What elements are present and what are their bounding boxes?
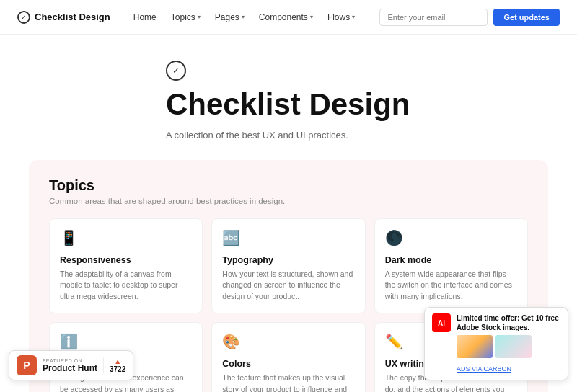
nav-topics[interactable]: Topics ▾ (165, 9, 206, 25)
components-chevron-icon: ▾ (310, 14, 313, 20)
adobe-image-2 (495, 335, 532, 358)
ph-text: FEATURED ON Product Hunt (43, 358, 97, 373)
pages-chevron-icon: ▾ (242, 14, 245, 20)
typography-desc: How your text is structured, shown and c… (222, 269, 354, 303)
nav-links: Home Topics ▾ Pages ▾ Components ▾ Flows… (128, 9, 380, 25)
nav-pages[interactable]: Pages ▾ (209, 9, 250, 25)
hero-subtitle: A collection of the best UX and UI pract… (166, 128, 348, 143)
adobe-logo-icon: Ai (432, 313, 451, 332)
nav-brand[interactable]: ✓ Checklist Design (17, 11, 110, 24)
adobe-ad-title: Limited time offer: Get 10 free Adobe St… (457, 313, 560, 332)
brand-icon: ✓ (17, 11, 30, 24)
colors-desc: The feature that makes up the visual sto… (222, 373, 354, 392)
nav-right: Get updates (379, 9, 560, 26)
uxwriting-icon: ✏️ (385, 333, 405, 353)
adobe-image-1 (457, 335, 493, 358)
topics-heading: Topics (49, 177, 528, 194)
adobe-stock-ad: Ai Limited time offer: Get 10 free Adobe… (424, 307, 568, 380)
nav-components[interactable]: Components ▾ (253, 9, 319, 25)
brand-name: Checklist Design (35, 12, 110, 22)
typography-icon: 🔤 (222, 229, 242, 249)
ph-featured-label: FEATURED ON (43, 358, 97, 363)
responsiveness-title: Responsiveness (60, 255, 192, 265)
topic-card-responsiveness[interactable]: 📱 Responsiveness The adaptability of a c… (49, 218, 203, 313)
nav-flows[interactable]: Flows ▾ (322, 9, 361, 25)
hero-check-icon: ✓ (166, 61, 186, 81)
responsiveness-desc: The adaptability of a canvas from mobile… (60, 269, 192, 303)
producthunt-logo-icon: P (17, 355, 37, 375)
nav-home[interactable]: Home (128, 9, 162, 25)
flows-chevron-icon: ▾ (352, 14, 355, 20)
navbar: ✓ Checklist Design Home Topics ▾ Pages ▾… (0, 0, 577, 35)
product-hunt-badge[interactable]: P FEATURED ON Product Hunt ▲ 3722 (9, 350, 133, 380)
responsiveness-icon: 📱 (60, 229, 80, 249)
topic-card-typography[interactable]: 🔤 Typography How your text is structured… (211, 218, 365, 313)
colors-icon: 🎨 (222, 333, 242, 353)
email-input[interactable] (379, 9, 488, 26)
adobe-content: Limited time offer: Get 10 free Adobe St… (457, 313, 560, 374)
darkmode-title: Dark mode (385, 255, 517, 265)
typography-title: Typography (222, 255, 354, 265)
topics-description: Common areas that are shaped around best… (49, 197, 528, 205)
adobe-carbon-link[interactable]: ADS VIA CARBON (457, 365, 511, 373)
ph-count-number: 3722 (110, 365, 125, 373)
adobe-image-row (457, 335, 560, 358)
ph-arrow-icon: ▲ (114, 357, 121, 365)
ph-vote-count: ▲ 3722 (103, 357, 125, 373)
darkmode-desc: A system-wide appearance that flips the … (385, 269, 517, 303)
hero-section: ✓ Checklist Design A collection of the b… (108, 35, 469, 160)
get-updates-button[interactable]: Get updates (493, 9, 560, 26)
hero-title: Checklist Design (166, 88, 410, 121)
topic-card-darkmode[interactable]: 🌑 Dark mode A system-wide appearance tha… (374, 218, 528, 313)
topic-card-colors[interactable]: 🎨 Colors The feature that makes up the v… (211, 322, 365, 392)
ph-name-label: Product Hunt (43, 363, 97, 373)
darkmode-icon: 🌑 (385, 229, 405, 249)
topics-chevron-icon: ▾ (198, 14, 201, 20)
colors-title: Colors (222, 359, 354, 369)
